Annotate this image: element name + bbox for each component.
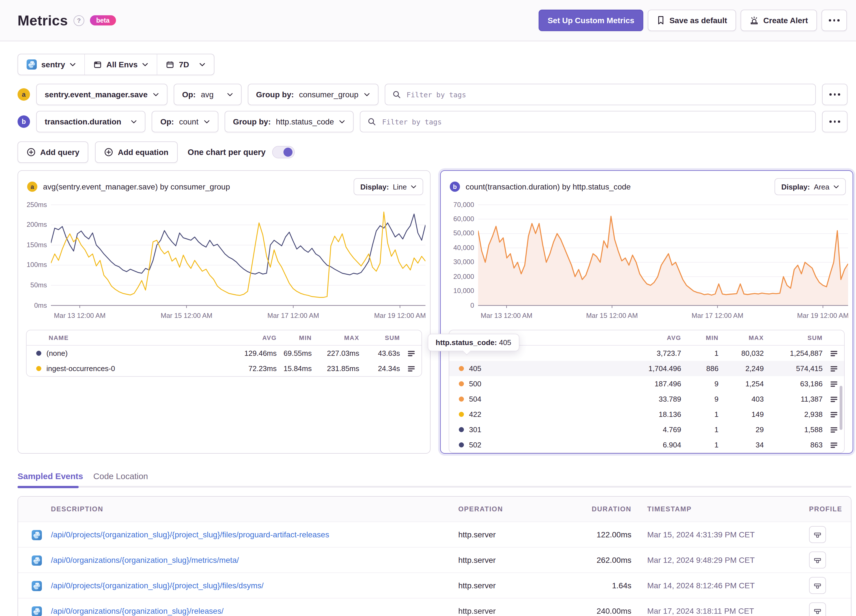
charts-row: a avg(sentry.event_manager.save) by cons…	[17, 170, 853, 454]
query-more-button-b[interactable]	[822, 111, 848, 132]
tab-sampled-events[interactable]: Sampled Events	[17, 471, 83, 486]
display-value-b: Area	[814, 182, 830, 191]
table-row[interactable]: 301 4.769 1 29 1,588	[449, 422, 844, 437]
help-icon[interactable]: ?	[74, 15, 84, 26]
focus-series-icon[interactable]	[401, 364, 422, 373]
date-range-selector[interactable]: 7D	[157, 54, 214, 75]
tab-track	[17, 486, 851, 488]
chart-panel-b[interactable]: http.status_code: 405 b count(transactio…	[440, 170, 853, 454]
event-timestamp: Mar 12, 2024 9:48:29 PM CET	[631, 556, 801, 565]
y-axis-tick: 0ms	[34, 301, 47, 309]
metric-select-a[interactable]: sentry.event_manager.save	[36, 84, 168, 105]
event-timestamp: Mar 15, 2024 4:31:39 PM CET	[631, 530, 801, 539]
one-chart-per-query-toggle[interactable]	[273, 146, 295, 159]
groupby-select-b[interactable]: Group by: http.status_code	[224, 111, 354, 132]
ellipsis-icon	[829, 19, 840, 21]
profile-button[interactable]	[809, 577, 826, 594]
python-project-icon	[32, 555, 42, 565]
metric-select-b[interactable]: transaction.duration	[36, 111, 146, 132]
event-timestamp: Mar 17, 2024 3:18:11 PM CET	[631, 607, 801, 616]
table-row[interactable]: (none) 129.46ms 69.55ms 227.03ms 43.63s	[26, 346, 422, 361]
chart-area-a: 0ms50ms100ms150ms200ms250ms Mar 13 12:00…	[24, 203, 425, 322]
query-row-a: a sentry.event_manager.save Op: avg Grou…	[17, 84, 848, 105]
y-axis-tick: 250ms	[26, 200, 47, 208]
y-axis-tick: 150ms	[26, 241, 47, 249]
profile-button[interactable]	[809, 526, 826, 543]
profile-button[interactable]	[809, 602, 826, 616]
create-alert-button[interactable]: Create Alert	[741, 9, 817, 31]
col-sum: SUM	[360, 334, 401, 341]
profile-button[interactable]	[809, 551, 826, 568]
tag-filter-input-a[interactable]	[405, 90, 808, 99]
event-description-link[interactable]: /api/0/organizations/{organization_slug}…	[51, 556, 450, 565]
setup-custom-metrics-button[interactable]: Set Up Custom Metrics	[539, 9, 644, 31]
table-scrollbar[interactable]	[840, 386, 842, 430]
table-row[interactable]: 500 187.496 9 1,254 63,186	[449, 376, 844, 391]
sampled-events-table: DESCRIPTION OPERATION DURATION TIMESTAMP…	[17, 496, 851, 616]
focus-series-icon[interactable]	[824, 349, 844, 358]
display-select-a[interactable]: Display: Line	[354, 178, 423, 195]
save-as-default-button[interactable]: Save as default	[648, 9, 736, 31]
series-name: 422	[469, 410, 481, 419]
area-chart-b[interactable]	[478, 203, 848, 308]
search-icon	[393, 91, 400, 99]
tooltip-label: http.status_code:	[436, 338, 497, 347]
event-description-link[interactable]: /api/0/projects/{organization_slug}/{pro…	[51, 581, 450, 590]
col-max: MAX	[720, 334, 765, 341]
project-selector[interactable]: sentry	[18, 54, 84, 75]
x-axis-tick: Mar 19 12:00 AM	[797, 312, 848, 320]
create-alert-label: Create Alert	[763, 16, 808, 25]
table-row[interactable]: 422 18.136 1 149 2,938	[449, 407, 844, 422]
op-select-a[interactable]: Op: avg	[174, 84, 241, 105]
y-axis-tick: 200ms	[26, 220, 47, 228]
display-select-b[interactable]: Display: Area	[774, 178, 846, 195]
environment-selector[interactable]: All Envs	[84, 54, 157, 75]
table-row[interactable]: ingest-occurrences-0 72.23ms 15.84ms 231…	[26, 361, 422, 376]
line-chart-a[interactable]	[51, 203, 425, 308]
table-row[interactable]: 502 6.904 1 34 863	[449, 437, 844, 453]
series-color-dot	[459, 412, 464, 417]
focus-series-icon[interactable]	[824, 440, 844, 450]
add-query-button[interactable]: Add query	[17, 142, 88, 163]
environment-icon	[93, 60, 102, 69]
header-more-button[interactable]	[822, 9, 847, 31]
groupby-value-b: http.status_code	[276, 117, 334, 126]
focus-series-icon[interactable]	[824, 364, 844, 373]
y-axis-tick: 70,000	[453, 200, 474, 208]
series-color-dot	[459, 427, 464, 432]
page-header: Metrics ? beta Set Up Custom Metrics Sav…	[0, 0, 856, 41]
table-row-hovered[interactable]: 405 1,704.496 886 2,249 574,415	[449, 361, 844, 376]
one-chart-per-query-label: One chart per query	[188, 148, 266, 157]
x-axis-tick: Mar 13 12:00 AM	[480, 312, 533, 320]
x-axis-tick: Mar 17 12:00 AM	[267, 312, 319, 320]
event-description-link[interactable]: /api/0/organizations/{organization_slug}…	[51, 607, 450, 616]
ellipsis-icon	[830, 93, 840, 95]
event-description-link[interactable]: /api/0/projects/{organization_slug}/{pro…	[51, 530, 450, 539]
event-duration: 122.00ms	[558, 530, 631, 539]
query-badge-b: b	[17, 116, 30, 128]
y-axis-tick: 20,000	[453, 273, 474, 280]
tag-filter-input-b[interactable]	[381, 117, 808, 126]
calendar-icon	[166, 60, 174, 69]
x-axis-tick: Mar 17 12:00 AM	[692, 312, 744, 320]
groupby-select-a[interactable]: Group by: consumer_group	[248, 84, 378, 105]
python-project-icon	[32, 606, 42, 616]
op-select-b[interactable]: Op: count	[152, 111, 219, 132]
chart-panel-a[interactable]: a avg(sentry.event_manager.save) by cons…	[17, 170, 431, 454]
add-equation-button[interactable]: Add equation	[95, 142, 177, 163]
col-operation: OPERATION	[450, 505, 558, 513]
date-range-value: 7D	[179, 60, 189, 69]
python-project-icon	[32, 530, 42, 540]
x-axis-tick: Mar 15 12:00 AM	[161, 312, 212, 320]
groupby-label: Group by:	[256, 90, 294, 99]
tab-code-location[interactable]: Code Location	[93, 471, 148, 486]
active-tab-underline	[17, 486, 79, 488]
focus-series-icon[interactable]	[401, 349, 422, 358]
table-row[interactable]: 504 33.789 9 403 11,387	[449, 391, 844, 407]
chart-header-a: a avg(sentry.event_manager.save) by cons…	[18, 171, 430, 195]
bottom-tabs: Sampled Events Code Location	[17, 471, 851, 488]
events-table-header: DESCRIPTION OPERATION DURATION TIMESTAMP…	[18, 497, 851, 522]
query-more-button-a[interactable]	[822, 84, 848, 105]
beta-badge: beta	[90, 15, 116, 25]
event-duration: 1.64s	[558, 581, 631, 590]
